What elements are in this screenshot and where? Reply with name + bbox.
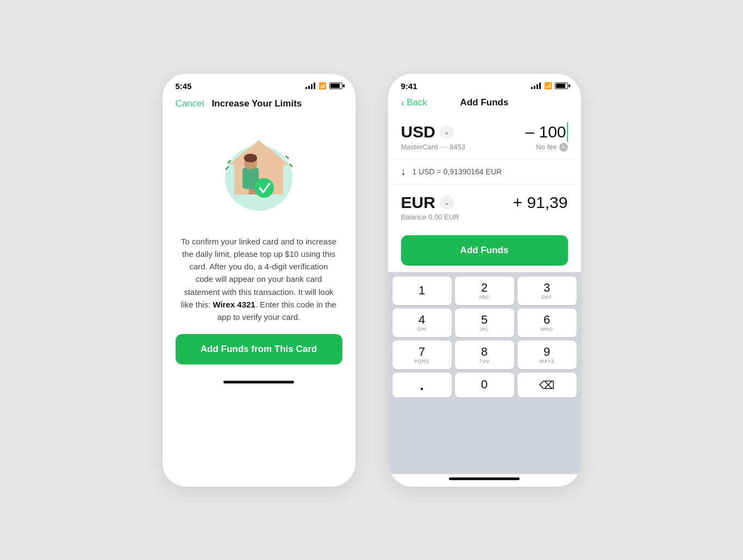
key-1[interactable]: 1 [392, 276, 452, 305]
key-4[interactable]: 4 GHI [392, 309, 452, 337]
key-9-num: 9 [544, 346, 550, 358]
key-2-num: 2 [481, 282, 488, 294]
back-button[interactable]: ‹ Back [401, 97, 427, 108]
status-bar-right: 9:41 📶 [388, 74, 581, 94]
keypad-row-4: . 0 ⌫ [390, 373, 579, 398]
key-dot[interactable]: . [392, 373, 452, 398]
keypad: 1 2 ABC 3 DEF 4 GHI 5 J [388, 272, 581, 474]
exchange-rate-text: 1 USD = 0,91390164 EUR [413, 167, 502, 176]
key-delete[interactable]: ⌫ [517, 373, 577, 398]
key-7[interactable]: 7 PQRS [392, 341, 452, 369]
home-indicator-left [223, 381, 294, 383]
key-0-num: 0 [481, 379, 488, 391]
status-time-right: 9:41 [401, 81, 417, 91]
key-3-num: 3 [544, 282, 550, 294]
key-6[interactable]: 6 MNO [517, 309, 577, 337]
key-8-num: 8 [481, 346, 488, 358]
cursor-line [567, 122, 568, 142]
home-indicator-right [449, 477, 520, 480]
nav-bar-right: ‹ Back Add Funds [388, 94, 581, 114]
from-currency-section: USD ⌄ – 100 MasterCard ···· 8453 No fee … [388, 114, 581, 160]
to-amount: + 91,39 [513, 193, 568, 212]
to-currency-row: EUR ⌄ + 91,39 [401, 193, 568, 212]
cancel-button[interactable]: Cancel [176, 98, 204, 109]
to-currency-dropdown[interactable]: ⌄ [440, 196, 454, 210]
key-6-num: 6 [544, 314, 550, 326]
chevron-left-icon: ‹ [401, 97, 405, 108]
keypad-row-3: 7 PQRS 8 TUV 9 WXYZ [390, 341, 579, 369]
to-currency-section: EUR ⌄ + 91,39 Balance 0,00 EUR [388, 185, 581, 224]
down-arrow-icon: ↓ [401, 166, 406, 178]
key-2[interactable]: 2 ABC [455, 276, 514, 305]
battery-icon-right [555, 83, 568, 89]
from-amount: – 100 [525, 123, 566, 141]
key-3[interactable]: 3 DEF [517, 276, 577, 305]
key-7-num: 7 [419, 346, 425, 358]
page-title-right: Add Funds [460, 97, 509, 108]
key-9[interactable]: 9 WXYZ [517, 341, 577, 369]
keypad-row-2: 4 GHI 5 JKL 6 MNO [390, 309, 579, 337]
page-title-left: Increase Your Limits [212, 98, 302, 109]
no-fee-label: No fee i [536, 143, 567, 152]
svg-point-6 [254, 178, 274, 198]
battery-icon [329, 83, 342, 89]
from-currency-label: USD ⌄ [401, 123, 454, 141]
illustration-area [163, 116, 355, 224]
info-icon[interactable]: i [559, 143, 568, 152]
to-currency-name: EUR [401, 193, 435, 212]
card-info: MasterCard ···· 8453 [401, 143, 466, 151]
add-funds-button[interactable]: Add Funds [401, 235, 568, 266]
from-currency-name: USD [401, 123, 435, 141]
balance-text: Balance 0,00 EUR [401, 213, 568, 221]
from-currency-dropdown[interactable]: ⌄ [440, 125, 454, 139]
keypad-row-1: 1 2 ABC 3 DEF [390, 276, 579, 305]
key-delete-icon: ⌫ [539, 380, 554, 391]
from-currency-row: USD ⌄ – 100 [401, 122, 568, 142]
key-4-num: 4 [419, 314, 425, 326]
description-start: To confirm your linked card and to incre… [181, 237, 336, 309]
description-text: To confirm your linked card and to incre… [163, 224, 355, 335]
from-amount-display: – 100 [525, 122, 567, 142]
status-bar-left: 5:45 📶 [163, 74, 355, 94]
signal-icon [305, 83, 315, 89]
key-8[interactable]: 8 TUV [455, 341, 514, 369]
to-currency-label: EUR ⌄ [401, 193, 454, 212]
brand-code: Wirex 4321 [213, 300, 255, 309]
exchange-rate-row: ↓ 1 USD = 0,91390164 EUR [388, 160, 581, 185]
wifi-icon-right: 📶 [544, 82, 552, 90]
key-5-num: 5 [481, 314, 488, 326]
screen-container: 5:45 📶 Cancel Increase Your Limits [141, 52, 603, 508]
left-phone: 5:45 📶 Cancel Increase Your Limits [163, 74, 355, 487]
status-time-left: 5:45 [176, 81, 192, 91]
illustration-svg [204, 124, 313, 222]
status-icons-right: 📶 [531, 82, 568, 90]
nav-bar-left: Cancel Increase Your Limits [163, 94, 355, 116]
status-icons-left: 📶 [305, 82, 342, 90]
svg-point-5 [244, 154, 257, 162]
wifi-icon: 📶 [319, 82, 326, 90]
from-sub-info: MasterCard ···· 8453 No fee i [401, 143, 568, 159]
key-5[interactable]: 5 JKL [455, 309, 514, 337]
key-0[interactable]: 0 [455, 373, 514, 398]
key-1-num: 1 [419, 285, 425, 297]
back-label: Back [407, 97, 427, 108]
signal-icon-right [531, 83, 541, 89]
right-phone: 9:41 📶 ‹ Back Add Funds U [388, 74, 581, 487]
add-funds-card-button[interactable]: Add Funds from This Card [176, 334, 342, 364]
